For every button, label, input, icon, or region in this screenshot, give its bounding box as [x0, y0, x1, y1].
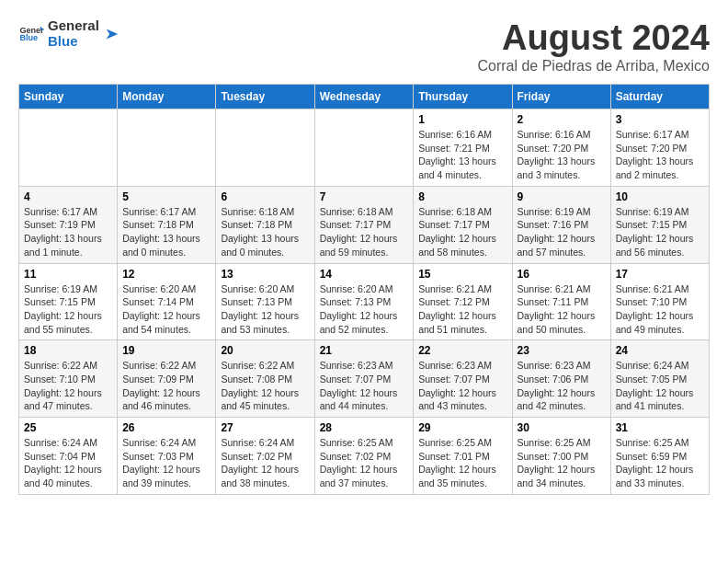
day-number: 9 — [518, 190, 606, 203]
day-cell: 25Sunrise: 6:24 AM Sunset: 7:04 PM Dayli… — [19, 418, 118, 495]
day-cell: 31Sunrise: 6:25 AM Sunset: 6:59 PM Dayli… — [610, 418, 709, 495]
day-cell: 19Sunrise: 6:22 AM Sunset: 7:09 PM Dayli… — [118, 340, 216, 418]
week-row-5: 25Sunrise: 6:24 AM Sunset: 7:04 PM Dayli… — [19, 418, 710, 495]
day-cell: 4Sunrise: 6:17 AM Sunset: 7:19 PM Daylig… — [19, 186, 118, 263]
day-number: 29 — [418, 421, 506, 434]
day-info: Sunrise: 6:25 AM Sunset: 6:59 PM Dayligh… — [616, 436, 704, 490]
day-number: 18 — [24, 344, 112, 357]
day-number: 11 — [24, 268, 112, 281]
day-number: 30 — [518, 421, 606, 434]
col-header-wednesday: Wednesday — [314, 85, 414, 109]
week-row-4: 18Sunrise: 6:22 AM Sunset: 7:10 PM Dayli… — [19, 340, 710, 418]
title-area: August 2024 Corral de Piedras de Arriba,… — [477, 18, 710, 75]
day-cell: 18Sunrise: 6:22 AM Sunset: 7:10 PM Dayli… — [19, 340, 118, 418]
day-info: Sunrise: 6:25 AM Sunset: 7:01 PM Dayligh… — [418, 436, 506, 490]
day-info: Sunrise: 6:21 AM Sunset: 7:10 PM Dayligh… — [616, 282, 704, 337]
day-cell: 5Sunrise: 6:17 AM Sunset: 7:18 PM Daylig… — [118, 186, 216, 263]
day-number: 8 — [418, 190, 506, 203]
day-cell: 15Sunrise: 6:21 AM Sunset: 7:12 PM Dayli… — [414, 263, 512, 340]
day-info: Sunrise: 6:18 AM Sunset: 7:17 PM Dayligh… — [320, 205, 409, 259]
logo-blue: Blue — [48, 34, 99, 50]
day-info: Sunrise: 6:22 AM Sunset: 7:10 PM Dayligh… — [24, 359, 112, 413]
day-cell: 24Sunrise: 6:24 AM Sunset: 7:05 PM Dayli… — [610, 340, 709, 418]
day-number: 7 — [320, 190, 409, 203]
day-cell: 27Sunrise: 6:24 AM Sunset: 7:02 PM Dayli… — [216, 418, 314, 495]
day-cell: 7Sunrise: 6:18 AM Sunset: 7:17 PM Daylig… — [314, 186, 414, 263]
day-number: 16 — [518, 268, 606, 281]
day-cell: 17Sunrise: 6:21 AM Sunset: 7:10 PM Dayli… — [610, 263, 709, 340]
col-header-friday: Friday — [512, 85, 610, 109]
day-info: Sunrise: 6:17 AM Sunset: 7:19 PM Dayligh… — [24, 205, 112, 259]
day-number: 13 — [221, 268, 309, 281]
week-row-2: 4Sunrise: 6:17 AM Sunset: 7:19 PM Daylig… — [19, 186, 710, 263]
day-number: 15 — [418, 268, 506, 281]
day-number: 17 — [616, 268, 704, 281]
day-cell: 11Sunrise: 6:19 AM Sunset: 7:15 PM Dayli… — [19, 263, 118, 340]
logo-general: General — [48, 18, 99, 34]
day-cell: 6Sunrise: 6:18 AM Sunset: 7:18 PM Daylig… — [216, 186, 314, 263]
day-number: 22 — [418, 344, 506, 357]
header: General Blue General Blue August 2024 Co… — [18, 18, 710, 75]
day-number: 10 — [616, 190, 704, 203]
day-cell: 14Sunrise: 6:20 AM Sunset: 7:13 PM Dayli… — [314, 263, 414, 340]
location-title: Corral de Piedras de Arriba, Mexico — [477, 58, 710, 75]
day-cell: 8Sunrise: 6:18 AM Sunset: 7:17 PM Daylig… — [414, 186, 512, 263]
day-cell: 20Sunrise: 6:22 AM Sunset: 7:08 PM Dayli… — [216, 340, 314, 418]
col-header-sunday: Sunday — [19, 85, 118, 109]
day-info: Sunrise: 6:17 AM Sunset: 7:18 PM Dayligh… — [122, 205, 210, 259]
day-number: 24 — [616, 344, 704, 357]
day-number: 4 — [24, 190, 112, 203]
day-info: Sunrise: 6:23 AM Sunset: 7:07 PM Dayligh… — [320, 359, 409, 413]
day-number: 25 — [24, 421, 112, 434]
day-info: Sunrise: 6:19 AM Sunset: 7:16 PM Dayligh… — [518, 205, 606, 259]
svg-text:Blue: Blue — [19, 33, 38, 42]
day-cell: 9Sunrise: 6:19 AM Sunset: 7:16 PM Daylig… — [512, 186, 610, 263]
day-cell — [19, 109, 118, 187]
day-number: 3 — [616, 113, 704, 126]
day-number: 28 — [320, 421, 409, 434]
day-cell: 3Sunrise: 6:17 AM Sunset: 7:20 PM Daylig… — [610, 109, 709, 187]
day-number: 14 — [320, 268, 409, 281]
day-cell: 1Sunrise: 6:16 AM Sunset: 7:21 PM Daylig… — [414, 109, 512, 187]
day-info: Sunrise: 6:25 AM Sunset: 7:00 PM Dayligh… — [518, 436, 606, 490]
day-cell: 28Sunrise: 6:25 AM Sunset: 7:02 PM Dayli… — [314, 418, 414, 495]
day-info: Sunrise: 6:20 AM Sunset: 7:13 PM Dayligh… — [221, 282, 309, 337]
day-info: Sunrise: 6:16 AM Sunset: 7:20 PM Dayligh… — [518, 128, 606, 182]
day-number: 21 — [320, 344, 409, 357]
day-number: 23 — [518, 344, 606, 357]
week-row-3: 11Sunrise: 6:19 AM Sunset: 7:15 PM Dayli… — [19, 263, 710, 340]
logo-arrow-icon — [103, 26, 119, 42]
day-cell: 16Sunrise: 6:21 AM Sunset: 7:11 PM Dayli… — [512, 263, 610, 340]
day-info: Sunrise: 6:25 AM Sunset: 7:02 PM Dayligh… — [320, 436, 409, 490]
day-info: Sunrise: 6:21 AM Sunset: 7:11 PM Dayligh… — [518, 282, 606, 337]
day-number: 12 — [122, 268, 210, 281]
day-number: 1 — [418, 113, 506, 126]
day-cell: 26Sunrise: 6:24 AM Sunset: 7:03 PM Dayli… — [118, 418, 216, 495]
col-header-monday: Monday — [118, 85, 216, 109]
day-cell: 23Sunrise: 6:23 AM Sunset: 7:06 PM Dayli… — [512, 340, 610, 418]
day-cell: 30Sunrise: 6:25 AM Sunset: 7:00 PM Dayli… — [512, 418, 610, 495]
day-cell — [314, 109, 414, 187]
day-info: Sunrise: 6:23 AM Sunset: 7:07 PM Dayligh… — [418, 359, 506, 413]
day-info: Sunrise: 6:24 AM Sunset: 7:04 PM Dayligh… — [24, 436, 112, 490]
day-cell — [118, 109, 216, 187]
day-number: 19 — [122, 344, 210, 357]
day-cell: 21Sunrise: 6:23 AM Sunset: 7:07 PM Dayli… — [314, 340, 414, 418]
day-number: 26 — [122, 421, 210, 434]
svg-marker-3 — [106, 29, 118, 39]
day-info: Sunrise: 6:18 AM Sunset: 7:18 PM Dayligh… — [221, 205, 309, 259]
logo-svg: General Blue — [18, 21, 44, 47]
day-cell: 22Sunrise: 6:23 AM Sunset: 7:07 PM Dayli… — [414, 340, 512, 418]
day-info: Sunrise: 6:23 AM Sunset: 7:06 PM Dayligh… — [518, 359, 606, 413]
day-info: Sunrise: 6:21 AM Sunset: 7:12 PM Dayligh… — [418, 282, 506, 337]
header-row: SundayMondayTuesdayWednesdayThursdayFrid… — [19, 85, 710, 109]
day-cell — [216, 109, 314, 187]
day-info: Sunrise: 6:18 AM Sunset: 7:17 PM Dayligh… — [418, 205, 506, 259]
month-title: August 2024 — [477, 18, 710, 58]
day-info: Sunrise: 6:17 AM Sunset: 7:20 PM Dayligh… — [616, 128, 704, 182]
day-number: 5 — [122, 190, 210, 203]
day-number: 6 — [221, 190, 309, 203]
day-cell: 29Sunrise: 6:25 AM Sunset: 7:01 PM Dayli… — [414, 418, 512, 495]
day-number: 20 — [221, 344, 309, 357]
day-number: 31 — [616, 421, 704, 434]
